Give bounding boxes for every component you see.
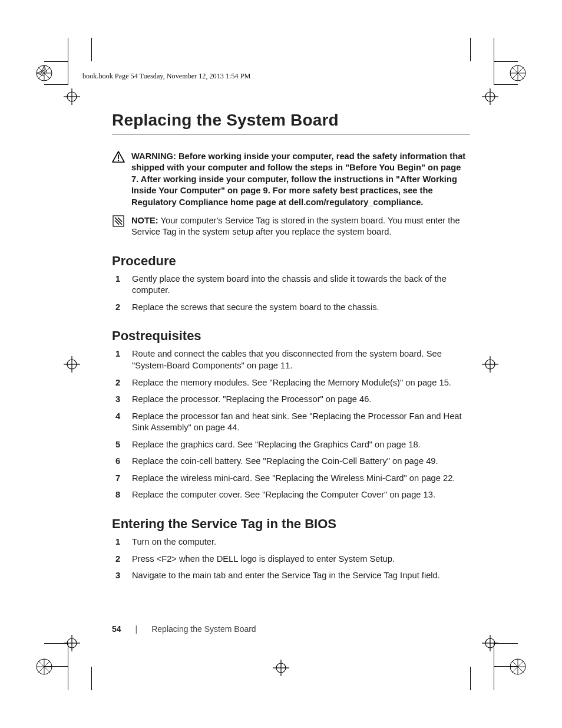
registration-mark-icon <box>509 64 527 82</box>
page: book.book Page 54 Tuesday, November 12, … <box>0 0 562 728</box>
svg-point-46 <box>118 160 119 161</box>
list-item: Replace the memory modules. See "Replaci… <box>125 377 470 389</box>
note-icon <box>112 215 125 238</box>
postrequisites-heading: Postrequisites <box>112 328 470 344</box>
crosshair-icon <box>64 356 80 373</box>
note-callout: NOTE: Your computer's Service Tag is sto… <box>112 215 470 238</box>
list-item: Replace the coin-cell battery. See "Repl… <box>125 456 470 467</box>
crop-tick <box>470 667 471 690</box>
page-number: 54 <box>112 624 121 634</box>
crop-tick <box>44 84 68 85</box>
title-rule <box>112 134 470 134</box>
crop-tick <box>494 38 494 85</box>
crop-tick <box>91 667 92 690</box>
bios-heading: Entering the Service Tag in the BIOS <box>112 516 470 532</box>
list-item: Replace the graphics card. See "Replacin… <box>125 439 470 451</box>
bios-step3-suffix: field. <box>419 571 440 580</box>
list-item: Route and connect the cables that you di… <box>125 348 470 371</box>
warning-label: WARNING: <box>131 151 176 161</box>
crop-tick <box>470 38 471 61</box>
registration-mark-icon <box>35 658 53 676</box>
bios-step3-bold: Service Tag Input <box>353 571 419 580</box>
note-text: NOTE: Your computer's Service Tag is sto… <box>131 215 470 238</box>
crop-tick <box>68 38 68 85</box>
note-body: Your computer's Service Tag is stored in… <box>131 216 460 236</box>
postrequisites-steps: Route and connect the cables that you di… <box>112 348 470 500</box>
page-footer: 54 | Replacing the System Board <box>112 624 256 634</box>
crosshair-icon <box>482 88 498 105</box>
warning-body: Before working inside your computer, rea… <box>131 151 465 207</box>
note-label: NOTE: <box>131 216 158 225</box>
procedure-steps: Gently place the system board into the c… <box>112 274 470 314</box>
bios-steps: Turn on the computer. Press <F2> when th… <box>112 536 470 582</box>
crosshair-icon <box>482 635 498 651</box>
list-item: Replace the screws that secure the syste… <box>125 302 470 314</box>
crop-tick <box>494 84 518 85</box>
list-item: Replace the processor. "Replacing the Pr… <box>125 394 470 406</box>
footer-section-title: Replacing the System Board <box>151 624 256 634</box>
list-item: Turn on the computer. <box>125 536 470 548</box>
warning-icon <box>112 151 125 208</box>
list-item: Replace the computer cover. See "Replaci… <box>125 489 470 501</box>
bios-step3-prefix: Navigate to the main tab and enter the S… <box>132 571 353 580</box>
running-header: book.book Page 54 Tuesday, November 12, … <box>82 72 250 81</box>
crosshair-icon <box>64 635 80 651</box>
registration-mark-icon <box>509 658 527 676</box>
list-item: Replace the processor fan and heat sink.… <box>125 411 470 434</box>
footer-divider: | <box>135 624 138 634</box>
list-item: Press <F2> when the DELL logo is display… <box>125 554 470 565</box>
crop-tick <box>44 61 68 62</box>
content-area: Replacing the System Board WARNING: Befo… <box>112 111 470 587</box>
registration-mark-icon <box>35 64 53 82</box>
list-item: Replace the wireless mini-card. See "Rep… <box>125 473 470 485</box>
page-title: Replacing the System Board <box>112 111 470 130</box>
crosshair-icon <box>64 88 80 105</box>
crop-tick <box>91 38 92 61</box>
list-item: Gently place the system board into the c… <box>125 274 470 297</box>
warning-text: WARNING: Before working inside your comp… <box>131 151 470 208</box>
procedure-heading: Procedure <box>112 253 470 269</box>
list-item: Navigate to the main tab and enter the S… <box>125 570 470 582</box>
warning-callout: WARNING: Before working inside your comp… <box>112 151 470 208</box>
crosshair-icon <box>273 660 289 676</box>
crop-tick <box>494 61 518 62</box>
crosshair-icon <box>482 356 498 373</box>
